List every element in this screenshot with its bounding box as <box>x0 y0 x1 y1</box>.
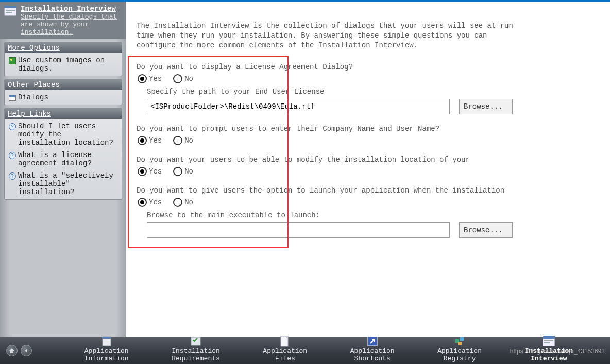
panel-help-links: Help Links ? Should I let users modify t… <box>4 108 122 200</box>
radio-no[interactable]: No <box>173 167 193 176</box>
item-label: What is a "selectively installable" inst… <box>18 171 117 196</box>
help-icon: ? <box>9 152 16 159</box>
registry-icon <box>437 335 482 348</box>
sub-label: Specify the path to your End User Licens… <box>147 88 600 96</box>
eula-path-input[interactable] <box>147 99 450 114</box>
radio-label: No <box>184 75 193 83</box>
tab-label: Application Registry <box>437 348 482 363</box>
item-label: What is a license agreement dialog? <box>18 151 117 167</box>
svg-rect-14 <box>543 336 555 339</box>
sidebar-header: Installation Interview Specify the dialo… <box>0 2 126 39</box>
bottom-toolbar: Application Information Installation Req… <box>0 337 610 364</box>
help-icon: ? <box>9 123 16 130</box>
tab-label: Installation Requirements <box>172 348 220 363</box>
radio-yes[interactable]: Yes <box>138 167 162 176</box>
image-icon <box>9 57 16 64</box>
tab-label: Application Information <box>84 348 129 363</box>
radio-no[interactable]: No <box>173 74 193 83</box>
svg-rect-5 <box>103 337 111 339</box>
tab-application-shortcuts[interactable]: Application Shortcuts <box>350 335 395 363</box>
back-button[interactable] <box>21 345 32 356</box>
panel-title: Help Links <box>5 109 122 119</box>
question-launch: Do you want to give users the option to … <box>137 186 600 238</box>
dialog-icon <box>4 6 16 16</box>
radio-label: Yes <box>149 167 162 176</box>
question-location: Do you want your users to be able to mod… <box>137 155 600 176</box>
intro-text: The Installation Interview is the collec… <box>137 21 518 50</box>
help-link[interactable]: ? Should I let users modify the installa… <box>9 122 117 147</box>
question-text: Do you want to give users the option to … <box>137 186 600 195</box>
question-license: Do you want to display a License Agreeme… <box>137 63 600 114</box>
radio-no[interactable]: No <box>173 198 193 207</box>
watermark: https://blog.csdn.net/qq_43153693 <box>510 348 605 355</box>
radio-label: Yes <box>149 75 162 83</box>
radio-yes[interactable]: Yes <box>138 74 162 83</box>
help-link[interactable]: ? What is a license agreement dialog? <box>9 151 117 167</box>
other-places-item[interactable]: Dialogs <box>9 93 117 101</box>
browse-button[interactable]: Browse... <box>459 222 513 238</box>
radio-label: Yes <box>149 198 162 206</box>
question-text: Do you want to display a License Agreeme… <box>137 63 600 71</box>
radio-yes[interactable]: Yes <box>138 198 162 207</box>
panel-other-places: Other Places Dialogs <box>4 79 122 105</box>
svg-rect-15 <box>544 340 553 341</box>
home-button[interactable] <box>6 345 18 356</box>
tab-installation-requirements[interactable]: Installation Requirements <box>172 335 220 363</box>
panel-title: More Options <box>5 43 122 53</box>
svg-rect-6 <box>191 337 200 345</box>
tab-application-registry[interactable]: Application Registry <box>437 335 482 363</box>
help-link[interactable]: ? What is a "selectively installable" in… <box>9 171 117 196</box>
shortcut-icon <box>350 335 395 348</box>
radio-label: No <box>184 198 193 206</box>
tab-application-files[interactable]: Application Files <box>263 335 307 363</box>
question-text: Do you want to prompt users to enter the… <box>137 125 600 133</box>
radio-label: No <box>184 136 193 145</box>
dialog-icon <box>525 335 573 348</box>
requirements-icon <box>172 335 220 348</box>
radio-yes[interactable]: Yes <box>138 136 162 145</box>
browse-button[interactable]: Browse... <box>459 99 513 114</box>
svg-rect-11 <box>460 337 464 341</box>
radio-label: No <box>184 167 193 176</box>
radio-no[interactable]: No <box>173 136 193 145</box>
dialog-icon <box>9 95 16 101</box>
sidebar-subtitle: Specify the dialogs that are shown by yo… <box>21 13 122 36</box>
tab-label: Application Shortcuts <box>350 348 395 363</box>
sidebar-title: Installation Interview <box>21 5 122 13</box>
item-label: Should I let users modify the installati… <box>18 122 117 147</box>
svg-rect-2 <box>6 10 15 11</box>
sidebar: Installation Interview Specify the dialo… <box>0 2 126 337</box>
more-options-item[interactable]: Use custom images on dialogs. <box>9 56 117 73</box>
sub-label: Browse to the main executable to launch: <box>147 211 600 219</box>
item-label: Use custom images on dialogs. <box>18 56 117 73</box>
help-icon: ? <box>9 172 16 180</box>
exe-path-input[interactable] <box>147 222 450 238</box>
svg-rect-3 <box>6 12 12 13</box>
main-content: The Installation Interview is the collec… <box>126 2 610 337</box>
radio-label: Yes <box>149 136 162 145</box>
item-label: Dialogs <box>18 93 48 101</box>
tab-label: Application Files <box>263 348 307 363</box>
svg-rect-1 <box>4 6 16 8</box>
question-text: Do you want your users to be able to mod… <box>137 155 600 164</box>
question-company: Do you want to prompt users to enter the… <box>137 125 600 145</box>
panel-title: Other Places <box>5 80 122 90</box>
panel-more-options: More Options Use custom images on dialog… <box>4 42 122 76</box>
svg-rect-16 <box>544 342 550 343</box>
svg-rect-12 <box>458 342 462 345</box>
tab-application-information[interactable]: Application Information <box>84 335 129 363</box>
files-icon <box>263 335 307 348</box>
info-icon <box>84 335 129 348</box>
